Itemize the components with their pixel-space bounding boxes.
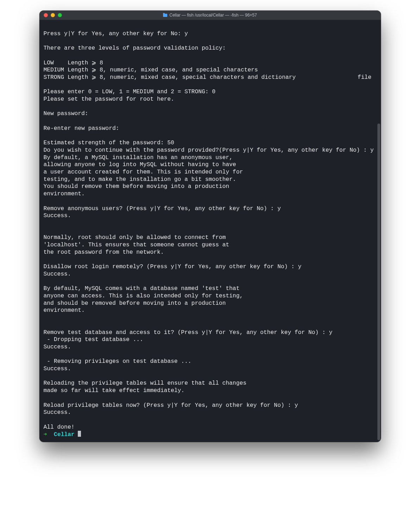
- terminal-line: By default, MySQL comes with a database …: [44, 285, 240, 292]
- prompt-line[interactable]: ➜ Cellar: [44, 431, 81, 438]
- terminal-line: There are three levels of password valid…: [44, 45, 226, 51]
- terminal-line: By default, a MySQL installation has an …: [44, 154, 233, 161]
- terminal-line: Success.: [44, 409, 71, 416]
- terminal-line: Success.: [44, 271, 71, 277]
- terminal-line: Remove anonymous users? (Press y|Y for Y…: [44, 205, 281, 212]
- prompt-cwd: Cellar: [54, 431, 75, 438]
- terminal-line: environment.: [44, 307, 85, 314]
- cursor: [78, 431, 81, 437]
- terminal-line: made so far will take effect immediately…: [44, 387, 185, 394]
- terminal-line: - Dropping test database ...: [44, 336, 143, 343]
- terminal-line: anyone can access. This is also intended…: [44, 292, 243, 299]
- terminal-line: a user account created for them. This is…: [44, 169, 243, 175]
- minimize-icon[interactable]: [51, 13, 55, 17]
- prompt-arrow-icon: ➜: [44, 431, 47, 438]
- terminal-line: Do you wish to continue with the passwor…: [44, 147, 374, 153]
- scrollbar-thumb[interactable]: [377, 124, 380, 440]
- terminal-line: 'localhost'. This ensures that someone c…: [44, 241, 230, 248]
- terminal-line: Remove test database and access to it? (…: [44, 329, 333, 336]
- terminal-line: and should be removed before moving into…: [44, 300, 226, 307]
- terminal-line: Re-enter new password:: [44, 125, 119, 132]
- terminal-line: New password:: [44, 110, 88, 117]
- scrollbar-track[interactable]: [377, 21, 380, 441]
- terminal-line: - Removing privileges on test database .…: [44, 358, 192, 365]
- terminal-line: Success.: [44, 212, 71, 219]
- terminal-line: Please enter 0 = LOW, 1 = MEDIUM and 2 =…: [44, 88, 216, 95]
- terminal-line: Please set the password for root here.: [44, 96, 174, 102]
- terminal-line: STRONG Length ⩾ 8, numeric, mixed case, …: [44, 74, 371, 81]
- titlebar[interactable]: Cellar — fish /usr/local/Cellar — -fish …: [39, 11, 381, 20]
- terminal-line: Success.: [44, 365, 71, 372]
- terminal-line: LOW Length ⩾ 8: [44, 59, 103, 66]
- terminal-line: Press y|Y for Yes, any other key for No:…: [44, 30, 188, 37]
- terminal-line: Normally, root should only be allowed to…: [44, 234, 226, 241]
- terminal-body[interactable]: Press y|Y for Yes, any other key for No:…: [39, 20, 381, 442]
- traffic-lights: [39, 13, 62, 17]
- terminal-window: Cellar — fish /usr/local/Cellar — -fish …: [39, 11, 381, 442]
- folder-icon: [163, 14, 167, 17]
- terminal-line: Reload privilege tables now? (Press y|Y …: [44, 402, 298, 409]
- terminal-line: Disallow root login remotely? (Press y|Y…: [44, 263, 302, 270]
- terminal-line: environment.: [44, 190, 85, 197]
- terminal-line: the root password from the network.: [44, 249, 164, 255]
- terminal-output[interactable]: Press y|Y for Yes, any other key for No:…: [39, 20, 381, 442]
- terminal-line: Estimated strength of the password: 50: [44, 139, 174, 146]
- terminal-line: Success.: [44, 343, 71, 350]
- zoom-icon[interactable]: [58, 13, 62, 17]
- window-title-text: Cellar — fish /usr/local/Cellar — -fish …: [169, 13, 257, 18]
- terminal-line: testing, and to make the installation go…: [44, 176, 236, 183]
- terminal-line: You should remove them before moving int…: [44, 183, 230, 190]
- terminal-line: allowing anyone to log into MySQL withou…: [44, 161, 236, 168]
- window-title: Cellar — fish /usr/local/Cellar — -fish …: [39, 11, 381, 20]
- terminal-line: All done!: [44, 424, 75, 430]
- terminal-line: MEDIUM Length ⩾ 8, numeric, mixed case, …: [44, 67, 258, 73]
- close-icon[interactable]: [44, 13, 48, 17]
- terminal-line: Reloading the privilege tables will ensu…: [44, 380, 246, 386]
